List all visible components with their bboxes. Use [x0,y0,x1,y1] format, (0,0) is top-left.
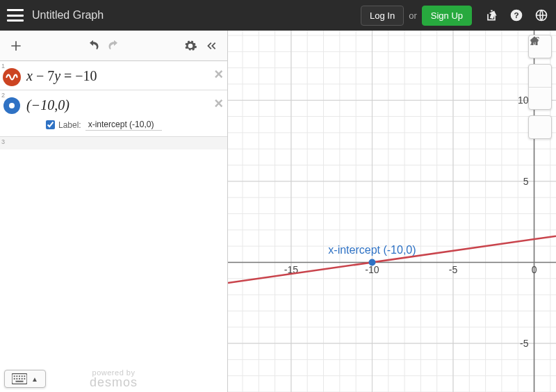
equation-color-icon[interactable] [3,68,21,86]
redo-button[interactable] [104,35,124,56]
point-color-icon[interactable] [3,97,20,114]
row-index: 1 [1,63,5,70]
undo-button[interactable] [83,35,104,56]
collapse-panel-button[interactable] [201,35,222,56]
language-icon[interactable] [534,8,549,23]
point-text[interactable]: (−10,0) [26,97,70,113]
row-index: 2 [1,92,5,99]
svg-text:x-intercept (-10,0): x-intercept (-10,0) [328,244,416,256]
plot-svg[interactable]: -15-10-50-5510x-intercept (-10,0) [228,31,556,392]
add-expression-button[interactable] [6,35,26,56]
or-text: or [409,10,417,21]
svg-text:10: 10 [518,95,529,106]
top-bar: Untitled Graph Log In or Sign Up ? [0,0,556,31]
label-row: Label: x-intercept (-10,0) [26,119,223,131]
home-button[interactable] [529,116,551,138]
svg-text:0: 0 [532,264,537,275]
share-icon[interactable] [484,8,499,23]
svg-text:-5: -5 [520,338,529,349]
row-index: 3 [1,138,5,145]
graph-canvas[interactable]: -15-10-50-5510x-intercept (-10,0) [228,31,556,392]
equation-text[interactable]: x − 7y = −10 [26,68,97,83]
svg-text:5: 5 [523,176,529,187]
graph-tools [528,35,552,139]
svg-text:-10: -10 [365,264,379,275]
label-caption: Label: [58,120,81,130]
graph-title[interactable]: Untitled Graph [32,9,359,22]
zoom-out-button[interactable] [529,87,551,109]
expression-toolbar [0,31,227,61]
signup-button[interactable]: Sign Up [422,6,472,26]
svg-text:-5: -5 [449,264,458,275]
svg-text:?: ? [514,10,518,19]
delete-row-button[interactable]: × [214,65,223,83]
label-input[interactable]: x-intercept (-10,0) [85,119,162,131]
zoom-in-button[interactable] [529,65,551,87]
powered-by: powered by desmos [0,368,227,388]
svg-point-75 [368,259,375,266]
login-button[interactable]: Log In [361,6,404,26]
label-checkbox[interactable] [46,120,55,129]
delete-row-button[interactable]: × [214,95,223,113]
help-icon[interactable]: ? [509,8,524,23]
settings-button[interactable] [180,35,201,56]
expression-panel: 1 x − 7y = −10 × 2 (−10,0) [0,31,228,392]
expression-row[interactable]: 2 (−10,0) Label: x-intercept (-10,0) × [0,90,227,137]
expression-row-empty[interactable]: 3 [0,137,227,149]
expression-row[interactable]: 1 x − 7y = −10 × [0,61,227,90]
menu-icon[interactable] [7,9,24,22]
